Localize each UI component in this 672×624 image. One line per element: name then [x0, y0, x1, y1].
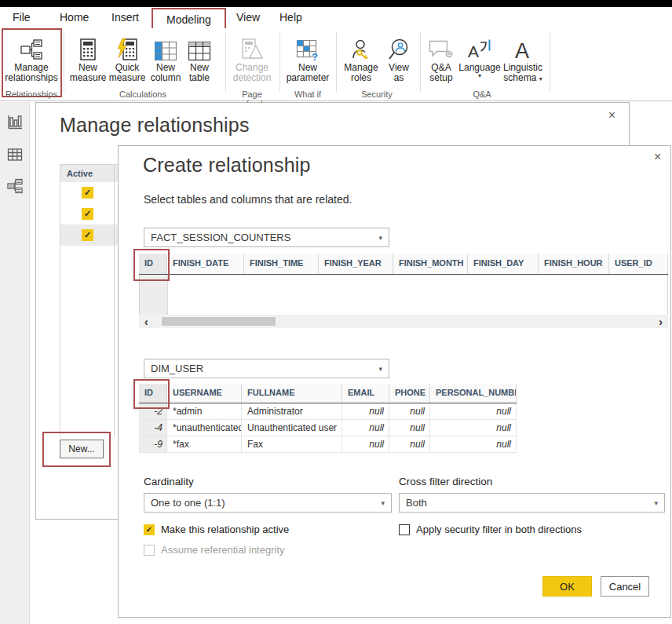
- new-table-label: New table: [184, 63, 215, 83]
- cell-fullname: Unauthenticated user: [242, 420, 342, 436]
- active-checkbox[interactable]: ✓: [82, 229, 93, 241]
- column-header[interactable]: PERSONAL_NUMBER: [430, 384, 517, 403]
- scroll-left-icon[interactable]: ‹: [144, 316, 148, 327]
- cell-phone: null: [389, 436, 430, 452]
- view-as-button[interactable]: View as: [383, 31, 415, 83]
- cell-personal-number: null: [430, 436, 517, 452]
- checked-checkbox-icon[interactable]: ✓: [144, 524, 155, 535]
- column-header[interactable]: USER_ID: [609, 254, 668, 274]
- fact-table-selector-value: FACT_SESSION_COUNTERS: [151, 232, 290, 243]
- column-header[interactable]: FINISH_DATE: [167, 254, 244, 274]
- tab-home[interactable]: Home: [60, 11, 89, 24]
- group-divider: [420, 32, 421, 92]
- active-checkbox[interactable]: ✓: [82, 187, 93, 199]
- svg-text:A: A: [515, 39, 529, 61]
- column-header[interactable]: ID: [139, 254, 167, 274]
- column-header[interactable]: ID: [139, 384, 167, 403]
- column-header[interactable]: FINISH_TIME: [244, 254, 319, 274]
- cardinality-dropdown[interactable]: One to one (1:1) ▾: [144, 493, 392, 513]
- table-row[interactable]: -9 *fax Fax null null null: [139, 436, 517, 453]
- new-measure-button[interactable]: New measure: [69, 31, 107, 83]
- horizontal-scrollbar[interactable]: ‹ ›: [139, 315, 668, 328]
- new-table-button[interactable]: New table: [184, 31, 215, 83]
- table-row[interactable]: -2 *admin Administrator null null null: [139, 403, 517, 420]
- group-label-relationships: Relationships: [0, 89, 63, 99]
- make-relationship-active-checkbox[interactable]: ✓ Make this relationship active: [144, 524, 289, 535]
- linguistic-schema-label: Linguistic schema ▾: [501, 63, 545, 83]
- chevron-down-icon: ▾: [458, 73, 501, 79]
- tab-modeling[interactable]: Modeling: [166, 13, 211, 26]
- column-header[interactable]: FINISH_YEAR: [319, 254, 393, 274]
- quick-measure-label: Quick measure: [107, 63, 148, 83]
- cardinality-value: One to one (1:1): [151, 497, 225, 509]
- linguistic-schema-button[interactable]: A Linguistic schema ▾: [501, 31, 545, 83]
- group-divider: [336, 32, 337, 92]
- svg-text:A: A: [468, 42, 479, 60]
- manage-relationships-button[interactable]: Manage relationships: [2, 31, 61, 83]
- fact-table-body: [139, 275, 668, 315]
- language-icon: A: [458, 31, 501, 61]
- dropdown-arrow-icon: ▾: [654, 499, 658, 507]
- tab-file[interactable]: File: [13, 11, 31, 24]
- language-button[interactable]: A Language ▾: [458, 31, 501, 79]
- apply-security-filter-checkbox[interactable]: Apply security filter in both directions: [399, 524, 582, 535]
- column-header[interactable]: FULLNAME: [242, 384, 342, 403]
- chevron-down-icon: ▾: [539, 75, 542, 82]
- disabled-checkbox-icon: [144, 545, 155, 556]
- tab-insert[interactable]: Insert: [111, 11, 139, 24]
- column-header[interactable]: FINISH_DAY: [468, 254, 539, 274]
- data-view-icon[interactable]: [6, 146, 24, 163]
- new-measure-icon: [69, 31, 107, 61]
- column-header[interactable]: FINISH_MONTH: [393, 254, 468, 274]
- ok-button[interactable]: OK: [542, 576, 592, 597]
- create-relationship-title: Create relationship: [143, 154, 311, 177]
- cancel-button[interactable]: Cancel: [601, 576, 649, 597]
- dropdown-arrow-icon: ▾: [378, 365, 382, 373]
- model-view-icon[interactable]: [6, 177, 24, 195]
- new-column-button[interactable]: New column: [148, 31, 184, 83]
- tab-help[interactable]: Help: [279, 11, 302, 24]
- report-view-icon[interactable]: [6, 113, 24, 130]
- scroll-right-icon[interactable]: ›: [659, 316, 663, 327]
- cell-id: -9: [139, 436, 167, 452]
- quick-measure-button[interactable]: Quick measure: [107, 31, 148, 83]
- active-column-header: Active: [60, 165, 114, 182]
- new-parameter-icon: ?: [283, 31, 333, 61]
- manage-roles-button[interactable]: Manage roles: [339, 31, 383, 83]
- column-header[interactable]: EMAIL: [342, 384, 389, 403]
- group-divider: [225, 32, 226, 92]
- column-header[interactable]: PHONE: [389, 384, 430, 403]
- unchecked-checkbox-icon[interactable]: [399, 524, 410, 535]
- fact-table-selector[interactable]: FACT_SESSION_COUNTERS ▾: [144, 228, 389, 247]
- cell-id: -2: [139, 403, 167, 419]
- fact-table-grid: ID FINISH_DATE FINISH_TIME FINISH_YEAR F…: [139, 254, 668, 328]
- view-as-icon: [383, 31, 415, 61]
- change-detection-label: Change detection: [229, 63, 275, 83]
- fact-table-header-row: ID FINISH_DATE FINISH_TIME FINISH_YEAR F…: [139, 254, 668, 275]
- linguistic-schema-text: Linguistic schema: [503, 62, 542, 83]
- dialog-subtitle: Select tables and columns that are relat…: [144, 193, 352, 206]
- cell-email: null: [342, 436, 389, 452]
- scrollbar-thumb[interactable]: [162, 317, 276, 326]
- new-relationship-button[interactable]: New...: [60, 440, 104, 458]
- ribbon-tab-bar: File Home Insert Modeling View Help: [0, 7, 672, 28]
- qa-setup-button[interactable]: Q&A setup: [424, 31, 458, 83]
- column-header[interactable]: USERNAME: [167, 384, 242, 403]
- cross-filter-dropdown[interactable]: Both ▾: [399, 493, 665, 513]
- manage-relationships-title: Manage relationships: [60, 114, 250, 137]
- manage-relationships-icon: [2, 31, 61, 61]
- view-as-label: View as: [383, 63, 415, 83]
- table-row[interactable]: -4 *unauthenticated Unauthenticated user…: [139, 420, 517, 436]
- manage-roles-icon: [339, 31, 383, 61]
- tab-view[interactable]: View: [236, 11, 260, 24]
- active-checkbox[interactable]: ✓: [82, 208, 93, 220]
- new-parameter-button[interactable]: ? New parameter: [283, 31, 333, 83]
- dim-table-selector[interactable]: DIM_USER ▾: [144, 359, 389, 378]
- column-header[interactable]: FINISH_HOUR: [539, 254, 609, 274]
- dropdown-arrow-icon: ▾: [381, 499, 385, 507]
- close-icon[interactable]: ×: [608, 109, 615, 122]
- assume-referential-integrity-checkbox: Assume referential integrity: [144, 544, 285, 556]
- view-sidebar: [0, 102, 30, 624]
- close-icon[interactable]: ×: [654, 151, 661, 163]
- dim-table-header-row: ID USERNAME FULLNAME EMAIL PHONE PERSONA…: [139, 384, 517, 403]
